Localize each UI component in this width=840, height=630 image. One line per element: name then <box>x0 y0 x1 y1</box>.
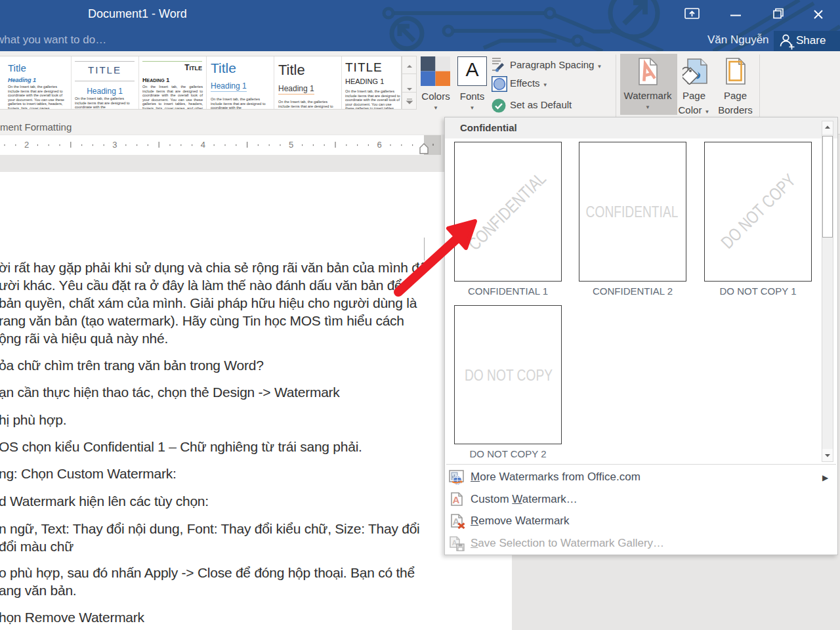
svg-text:3: 3 <box>112 140 117 150</box>
svg-text:4: 4 <box>201 140 205 150</box>
svg-text:A: A <box>453 516 460 527</box>
svg-text:6: 6 <box>377 140 381 150</box>
svg-text:2: 2 <box>24 140 29 150</box>
svg-text:5: 5 <box>289 140 293 150</box>
svg-text:A: A <box>453 494 460 505</box>
